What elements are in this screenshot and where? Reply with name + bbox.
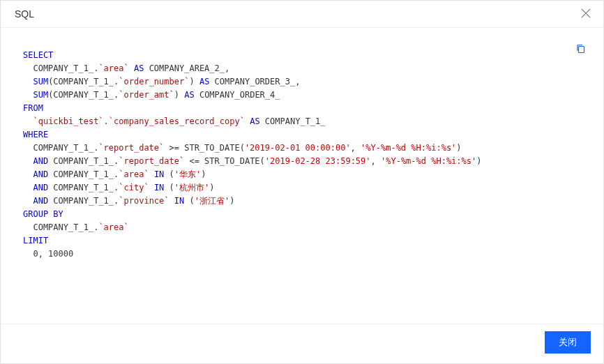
close-button[interactable]: 关闭 bbox=[545, 331, 591, 354]
sql-token: AS bbox=[199, 77, 209, 86]
sql-token: AS bbox=[184, 90, 194, 100]
sql-token: COMPANY_T_1_. bbox=[23, 63, 98, 73]
modal-header: SQL bbox=[1, 1, 603, 27]
sql-token: `report_date` bbox=[119, 156, 184, 166]
sql-token: COMPANY_T_1_. bbox=[48, 156, 119, 166]
sql-token: `area` bbox=[98, 63, 128, 73]
sql-token: >= STR_TO_DATE( bbox=[164, 143, 245, 153]
sql-token: COMPANY_ORDER_3_, bbox=[209, 77, 300, 86]
sql-token: ) bbox=[209, 183, 214, 192]
sql-token bbox=[23, 156, 33, 166]
sql-token bbox=[23, 169, 33, 179]
sql-token: ) bbox=[201, 169, 206, 179]
modal-footer: 关闭 bbox=[1, 324, 603, 363]
sql-token: COMPANY_AREA_2_, bbox=[144, 63, 229, 73]
modal-title: SQL bbox=[15, 8, 34, 20]
sql-code: SELECT COMPANY_T_1_.`area` AS COMPANY_AR… bbox=[23, 49, 585, 261]
sql-token: ) bbox=[476, 156, 481, 166]
sql-token: 0, 10000 bbox=[23, 249, 73, 259]
sql-token: GROUP BY bbox=[23, 209, 63, 219]
close-icon[interactable] bbox=[581, 8, 591, 20]
sql-token bbox=[23, 183, 33, 192]
sql-token: WHERE bbox=[23, 130, 48, 139]
sql-token: ( bbox=[184, 196, 194, 206]
sql-token: AND bbox=[33, 196, 48, 206]
sql-token: `order_number` bbox=[119, 77, 189, 86]
sql-token: COMPANY_T_1_. bbox=[23, 222, 98, 232]
sql-token: `quickbi_test` bbox=[33, 116, 103, 126]
sql-token bbox=[23, 116, 33, 126]
sql-token: `company_sales_record_copy` bbox=[109, 116, 245, 126]
sql-token: IN bbox=[174, 196, 184, 206]
sql-modal: SQL SELECT COMPANY_T_1_.`area` AS COMPAN… bbox=[0, 0, 604, 364]
sql-token: IN bbox=[154, 183, 164, 192]
copy-icon[interactable] bbox=[575, 43, 587, 54]
sql-token: LIMIT bbox=[23, 236, 48, 245]
sql-token: `province` bbox=[119, 196, 169, 206]
sql-token: COMPANY_T_1_. bbox=[48, 196, 119, 206]
sql-token: AND bbox=[33, 156, 48, 166]
sql-token: <= STR_TO_DATE( bbox=[184, 156, 265, 166]
modal-body: SELECT COMPANY_T_1_.`area` AS COMPANY_AR… bbox=[1, 27, 603, 324]
sql-token: ) bbox=[229, 196, 234, 206]
svg-rect-0 bbox=[579, 47, 584, 53]
sql-token: '2019-02-01 00:00:00' bbox=[245, 143, 351, 153]
sql-token: '2019-02-28 23:59:59' bbox=[265, 156, 371, 166]
sql-token: `area` bbox=[98, 222, 128, 232]
sql-token: COMPANY_T_1_. bbox=[23, 143, 98, 153]
sql-token: ) bbox=[189, 77, 199, 86]
sql-token: AS bbox=[250, 116, 259, 126]
sql-token: COMPANY_T_1_. bbox=[48, 183, 119, 192]
sql-token: `order_amt` bbox=[119, 90, 174, 100]
sql-token: AND bbox=[33, 169, 48, 179]
sql-token bbox=[129, 63, 134, 73]
sql-token bbox=[149, 183, 154, 192]
sql-token bbox=[169, 196, 174, 206]
sql-token: '%Y-%m-%d %H:%i:%s' bbox=[381, 156, 476, 166]
sql-token bbox=[23, 196, 33, 206]
sql-token: '华东' bbox=[174, 169, 201, 179]
sql-token: `report_date` bbox=[98, 143, 164, 153]
sql-token: AS bbox=[134, 63, 144, 73]
sql-token: (COMPANY_T_1_. bbox=[48, 77, 119, 86]
sql-token bbox=[149, 169, 154, 179]
sql-token: AND bbox=[33, 183, 48, 192]
sql-token: SUM bbox=[33, 77, 48, 86]
sql-token: ) bbox=[456, 143, 461, 153]
sql-token: ( bbox=[164, 183, 174, 192]
sql-token: , bbox=[351, 143, 361, 153]
sql-token bbox=[23, 77, 33, 86]
sql-token: , bbox=[371, 156, 381, 166]
sql-token: `city` bbox=[119, 183, 149, 192]
sql-token: (COMPANY_T_1_. bbox=[48, 90, 119, 100]
sql-token: COMPANY_ORDER_4_ bbox=[195, 90, 280, 100]
sql-token: FROM bbox=[23, 103, 43, 113]
sql-token: ( bbox=[164, 169, 174, 179]
sql-token: '%Y-%m-%d %H:%i:%s' bbox=[361, 143, 456, 153]
sql-token: COMPANY_T_1_ bbox=[260, 116, 326, 126]
sql-token: . bbox=[104, 116, 109, 126]
sql-token bbox=[23, 90, 33, 100]
sql-token: `area` bbox=[119, 169, 149, 179]
sql-token: IN bbox=[154, 169, 164, 179]
sql-token: ) bbox=[174, 90, 184, 100]
sql-token: '杭州市' bbox=[174, 183, 209, 192]
sql-token: '浙江省' bbox=[195, 196, 229, 206]
sql-token: SELECT bbox=[23, 50, 53, 60]
sql-token: COMPANY_T_1_. bbox=[48, 169, 119, 179]
sql-token: SUM bbox=[33, 90, 48, 100]
